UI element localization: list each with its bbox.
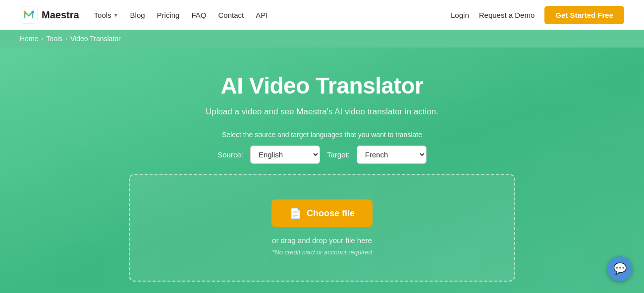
nav-links: Tools ▼ Blog Pricing FAQ Contact API xyxy=(94,11,451,19)
upload-area[interactable]: 📄 Choose file or drag and drop your file… xyxy=(129,174,515,282)
choose-file-button[interactable]: 📄 Choose file xyxy=(271,199,373,227)
svg-point-0 xyxy=(22,8,36,22)
nav-api[interactable]: API xyxy=(256,11,268,19)
lang-instruction: Select the source and target languages t… xyxy=(222,131,422,139)
breadcrumb-current: Video Translator xyxy=(70,35,121,43)
brand-name: Maestra xyxy=(42,9,79,21)
get-started-button[interactable]: Get Started Free xyxy=(544,6,624,24)
request-demo-link[interactable]: Request a Demo xyxy=(479,11,535,19)
brand-logo[interactable]: Maestra xyxy=(20,6,79,24)
page-subtitle: Upload a video and see Maestra's AI vide… xyxy=(206,107,438,117)
nav-tools[interactable]: Tools ▼ xyxy=(94,11,118,19)
breadcrumb-sep-2: › xyxy=(65,35,67,42)
drag-drop-text: or drag and drop your file here xyxy=(272,236,372,244)
nav-right: Login Request a Demo Get Started Free xyxy=(451,6,624,24)
breadcrumb-home[interactable]: Home xyxy=(20,35,38,43)
no-credit-text: *No credit card or account required xyxy=(272,248,372,256)
source-language-select[interactable]: English Spanish French German Italian Po… xyxy=(250,146,320,164)
chevron-down-icon: ▼ xyxy=(113,12,118,18)
breadcrumb: Home › Tools › Video Translator xyxy=(0,30,644,48)
nav-blog[interactable]: Blog xyxy=(130,11,145,19)
chat-icon: 💬 xyxy=(613,262,627,275)
nav-pricing[interactable]: Pricing xyxy=(157,11,180,19)
source-label: Source: xyxy=(217,150,243,159)
page-title: AI Video Translator xyxy=(221,72,424,99)
login-link[interactable]: Login xyxy=(451,11,469,19)
target-label: Target: xyxy=(327,150,350,159)
breadcrumb-sep-1: › xyxy=(41,35,43,42)
chat-button[interactable]: 💬 xyxy=(607,256,632,281)
logo-icon xyxy=(20,6,38,24)
svg-point-1 xyxy=(24,11,26,13)
svg-point-2 xyxy=(32,11,34,13)
nav-faq[interactable]: FAQ xyxy=(191,11,206,19)
target-language-select[interactable]: French English Spanish German Italian Po… xyxy=(357,146,427,164)
navbar: Maestra Tools ▼ Blog Pricing FAQ Contact… xyxy=(0,0,644,30)
language-select-section: Source: English Spanish French German It… xyxy=(217,146,427,164)
nav-contact[interactable]: Contact xyxy=(218,11,244,19)
breadcrumb-tools[interactable]: Tools xyxy=(46,35,62,43)
file-icon: 📄 xyxy=(289,207,302,219)
main-content: AI Video Translator Upload a video and s… xyxy=(0,48,644,293)
